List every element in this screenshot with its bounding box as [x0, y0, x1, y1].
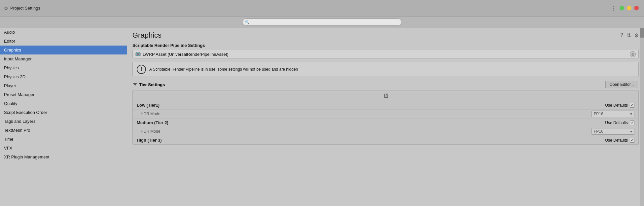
search-icon: 🔍: [245, 20, 250, 24]
tier-low-hdr-label: HDR Mode: [141, 112, 591, 116]
sidebar-item-player[interactable]: Player: [0, 81, 127, 90]
sidebar-item-audio[interactable]: Audio: [0, 28, 127, 37]
sidebar-item-time[interactable]: Time: [0, 135, 127, 144]
settings-icon[interactable]: ⚙: [634, 32, 639, 39]
tier-low-hdr-row: HDR Mode FP16 FP32 None ▼: [133, 110, 638, 119]
collapse-icon[interactable]: [133, 83, 137, 86]
sidebar-item-editor[interactable]: Editor: [0, 37, 127, 46]
search-input[interactable]: [243, 18, 401, 26]
sidebar-item-tags-and-layers[interactable]: Tags and Layers: [0, 117, 127, 126]
tier-monitor-row: 🖥: [133, 90, 638, 101]
tier-high-use-defaults-checkbox[interactable]: ✓: [630, 138, 634, 143]
tier-settings-header: Tier Settings Open Editor...: [132, 81, 639, 88]
tier-medium-use-defaults-label: Use Defaults: [605, 120, 628, 125]
header-icons: ? ⇅ ⚙: [620, 32, 639, 39]
sidebar-item-script-execution-order[interactable]: Script Execution Order: [0, 108, 127, 117]
scrollbar-thumb[interactable]: [640, 28, 644, 38]
tier-row-high: High (Tier 3) Use Defaults ✓: [133, 136, 638, 144]
scriptable-render-label: Scriptable Render Pipeline Settings: [132, 43, 639, 48]
tier-medium-use-defaults-checkbox[interactable]: ✓: [630, 120, 634, 125]
sidebar-item-quality[interactable]: Quality: [0, 99, 127, 108]
sidebar-item-textmesh-pro[interactable]: TextMesh Pro: [0, 126, 127, 135]
tier-medium-label: Medium (Tier 2): [137, 120, 605, 125]
tier-low-use-defaults-label: Use Defaults: [605, 103, 628, 108]
tier-high-use-defaults-label: Use Defaults: [605, 138, 628, 143]
sidebar-item-physics[interactable]: Physics: [0, 63, 127, 72]
titlebar-title: ⚙ Project Settings: [4, 6, 40, 11]
monitor-icon: 🖥: [383, 92, 389, 99]
tier-low-hdr-select[interactable]: FP16 FP32 None: [591, 111, 634, 117]
close-button[interactable]: [634, 6, 639, 11]
scriptable-render-section: Scriptable Render Pipeline Settings LWRP…: [127, 42, 644, 145]
titlebar: ⚙ Project Settings ⋮: [0, 0, 644, 17]
sidebar-item-physics-2d[interactable]: Physics 2D: [0, 72, 127, 81]
tier-low-hdr-select-wrap: FP16 FP32 None ▼: [591, 111, 634, 117]
warning-box: ! A Scriptable Render Pipeline is in use…: [132, 62, 639, 77]
tier-low-label: Low (Tier1): [137, 103, 605, 108]
minimize-button[interactable]: [627, 6, 631, 11]
tier-medium-hdr-select-wrap: FP16 FP32 None ▼: [591, 128, 634, 135]
content-area: Graphics ? ⇅ ⚙ Scriptable Render Pipelin…: [127, 28, 644, 206]
warning-icon: !: [137, 65, 146, 74]
tier-settings-label: Tier Settings: [139, 82, 165, 87]
tier-medium-hdr-row: HDR Mode FP16 FP32 None ▼: [133, 127, 638, 136]
maximize-button[interactable]: [620, 6, 624, 11]
sidebar: Audio Editor Graphics Input Manager Phys…: [0, 28, 127, 206]
warning-text: A Scriptable Render Pipeline is in use, …: [149, 67, 298, 72]
searchbar: 🔍: [0, 17, 644, 28]
titlebar-title-text: Project Settings: [10, 6, 40, 11]
tier-high-label: High (Tier 3): [137, 138, 605, 143]
asset-target-button[interactable]: ◎: [630, 51, 636, 57]
content-header: Graphics ? ⇅ ⚙: [127, 28, 644, 42]
sidebar-item-input-manager[interactable]: Input Manager: [0, 54, 127, 63]
tier-row-low: Low (Tier1) Use Defaults ✓: [133, 101, 638, 110]
main-layout: Audio Editor Graphics Input Manager Phys…: [0, 28, 644, 206]
help-icon[interactable]: ?: [620, 32, 623, 38]
layout-icon[interactable]: ⇅: [626, 32, 631, 39]
asset-row: LWRP Asset (UniversalRenderPipelineAsset…: [132, 50, 639, 58]
tier-row-medium: Medium (Tier 2) Use Defaults ✓: [133, 119, 638, 127]
asset-icon: [135, 52, 141, 57]
sidebar-item-graphics[interactable]: Graphics: [0, 46, 127, 54]
scrollbar-track[interactable]: [640, 28, 644, 206]
sidebar-item-xr-plugin-management[interactable]: XR Plugin Management: [0, 153, 127, 161]
window-menu-icon[interactable]: ⋮: [611, 5, 617, 11]
page-title: Graphics: [132, 31, 161, 40]
svg-rect-1: [136, 52, 140, 53]
gear-icon: ⚙: [4, 6, 8, 11]
sidebar-item-preset-manager[interactable]: Preset Manager: [0, 90, 127, 99]
tier-low-use-defaults-checkbox[interactable]: ✓: [630, 103, 634, 108]
asset-label: LWRP Asset (UniversalRenderPipelineAsset…: [143, 52, 630, 57]
tier-medium-hdr-select[interactable]: FP16 FP32 None: [591, 128, 634, 135]
search-wrap: 🔍: [243, 18, 401, 26]
open-editor-button[interactable]: Open Editor...: [605, 81, 638, 88]
tier-table: 🖥 Low (Tier1) Use Defaults ✓ HDR Mode FP…: [132, 90, 639, 145]
tier-medium-hdr-label: HDR Mode: [141, 129, 591, 134]
tier-settings-label-wrap: Tier Settings: [133, 82, 165, 87]
window-controls: ⋮: [611, 5, 639, 11]
sidebar-item-vfx[interactable]: VFX: [0, 144, 127, 153]
